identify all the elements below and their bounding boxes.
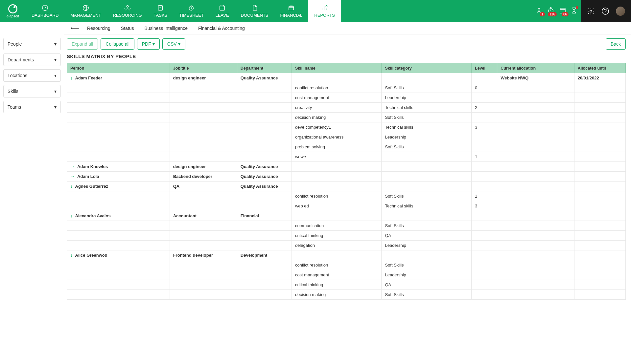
nav-label: TIMESHEET [179, 13, 203, 18]
table-row: creativityTechnical skills2 [67, 103, 626, 113]
user-avatar[interactable] [616, 7, 625, 16]
col-job[interactable]: Job title [170, 63, 237, 74]
allocation: Website NWQ [497, 73, 574, 83]
help-icon[interactable] [601, 7, 609, 15]
skill-category: Soft Skills [382, 83, 472, 93]
nav-resourcing[interactable]: RESOURCING [107, 0, 148, 22]
subnav-bi[interactable]: Business Intelligence [139, 26, 193, 31]
chevron-down-icon: ▾ [54, 89, 57, 94]
svg-rect-6 [289, 6, 294, 10]
allocated-until [574, 172, 625, 182]
filter-departments[interactable]: Departments▾ [3, 54, 61, 66]
toolbar: Expand all Collapse all PDF▾ CSV▾ Back [67, 38, 626, 50]
subnav-status[interactable]: Status [116, 26, 139, 31]
skill-name: cost management [292, 270, 382, 280]
department: Quality Assurance [237, 182, 292, 191]
nav-management[interactable]: MANAGEMENT [64, 0, 107, 22]
expand-icon[interactable]: ↓ [70, 253, 73, 258]
expand-icon[interactable]: ↓ [70, 75, 73, 80]
expand-all-button[interactable]: Expand all [67, 38, 98, 50]
table-row: deve competency1Technical skills3 [67, 122, 626, 132]
col-alloc[interactable]: Current allocation [497, 63, 574, 74]
table-row: communicationSoft Skills [67, 221, 626, 231]
top-navbar: elapseit DASHBOARD MANAGEMENT RESOURCING… [0, 0, 631, 22]
skill-category: Technical skills [382, 122, 472, 132]
filter-teams[interactable]: Teams▾ [3, 101, 61, 113]
brand-logo[interactable]: elapseit [0, 0, 26, 22]
skill-level [472, 221, 497, 231]
status-icons: 1 116 86 [532, 0, 581, 22]
allocation [497, 172, 574, 182]
department: Quality Assurance [237, 162, 292, 172]
nav-dashboard[interactable]: DASHBOARD [26, 0, 64, 22]
sub-navbar: ⟵ Resourcing Status Business Intelligenc… [64, 22, 631, 34]
table-row: →Adam Knowlesdesign engineerQuality Assu… [67, 162, 626, 172]
csv-button[interactable]: CSV▾ [162, 38, 185, 50]
notif-calendar-icon[interactable]: 86 [559, 7, 567, 16]
collapse-sidebar-icon[interactable]: ⟵ [68, 25, 82, 32]
nav-leave[interactable]: LEAVE [210, 0, 235, 22]
nav-tasks[interactable]: TASKS [148, 0, 174, 22]
col-until[interactable]: Allocated until [574, 63, 625, 74]
filter-locations[interactable]: Locations▾ [3, 69, 61, 82]
job-title: Frontend developer [170, 250, 237, 260]
skill-name: problem solving [292, 142, 382, 152]
svg-point-2 [127, 6, 129, 8]
table-row: conflict resolutionSoft Skills1 [67, 191, 626, 201]
col-cat[interactable]: Skill category [382, 63, 472, 74]
collapse-all-button[interactable]: Collapse all [101, 38, 134, 50]
table-row: problem solvingSoft Skills [67, 142, 626, 152]
subnav-financial[interactable]: Financial & Accounting [193, 26, 250, 31]
nav-timesheet[interactable]: TIMESHEET [173, 0, 209, 22]
filter-label: Departments [8, 57, 34, 62]
skill-level [472, 280, 497, 290]
skill-category: Soft Skills [382, 191, 472, 201]
table-header-row: Person Job title Department Skill name S… [67, 63, 626, 74]
filter-people[interactable]: People▾ [3, 38, 61, 50]
col-level[interactable]: Level [472, 63, 497, 74]
expand-icon[interactable]: → [70, 164, 75, 169]
notif-person-icon[interactable]: 1 [535, 7, 543, 16]
chevron-down-icon: ▾ [54, 41, 57, 47]
nav-reports[interactable]: REPORTS [308, 0, 341, 22]
allocated-until [574, 250, 625, 260]
table-row: conflict resolutionSoft Skills [67, 260, 626, 270]
settings-icon[interactable] [587, 7, 595, 15]
allocated-until: 20/01/2022 [574, 73, 625, 83]
notif-timer-icon[interactable]: 116 [547, 7, 555, 16]
department: Quality Assurance [237, 73, 292, 83]
filter-sidebar: People▾ Departments▾ Locations▾ Skills▾ … [0, 34, 64, 306]
nav-documents[interactable]: DOCUMENTS [235, 0, 274, 22]
brand-name: elapseit [7, 14, 19, 18]
nav-label: MANAGEMENT [70, 13, 101, 18]
department: Development [237, 250, 292, 260]
allocated-until [574, 162, 625, 172]
skill-name: conflict resolution [292, 191, 382, 201]
allocated-until [574, 182, 625, 191]
back-button[interactable]: Back [606, 38, 626, 50]
notif-hourglass-icon[interactable] [571, 7, 578, 15]
skill-level [472, 231, 497, 241]
pdf-label: PDF [142, 41, 151, 47]
job-title: Accountant [170, 211, 237, 221]
skill-level: 3 [472, 201, 497, 211]
skill-name: conflict resolution [292, 83, 382, 93]
job-title: design engineer [170, 162, 237, 172]
allocation [497, 250, 574, 260]
skill-level [472, 270, 497, 280]
expand-icon[interactable]: ↓ [70, 213, 73, 218]
nav-financial[interactable]: FINANCIAL [274, 0, 308, 22]
notif-dot [576, 6, 578, 9]
badge-count: 1 [540, 12, 545, 16]
col-dept[interactable]: Department [237, 63, 292, 74]
svg-point-10 [590, 10, 592, 12]
expand-icon[interactable]: → [70, 174, 75, 179]
pdf-button[interactable]: PDF▾ [137, 38, 160, 50]
col-person[interactable]: Person [67, 63, 170, 74]
skill-name: decision making [292, 290, 382, 300]
subnav-resourcing[interactable]: Resourcing [82, 26, 116, 31]
filter-skills[interactable]: Skills▾ [3, 85, 61, 97]
table-row: organizational awarenessLeadership [67, 132, 626, 142]
expand-icon[interactable]: ↓ [70, 184, 73, 189]
col-skill[interactable]: Skill name [292, 63, 382, 74]
